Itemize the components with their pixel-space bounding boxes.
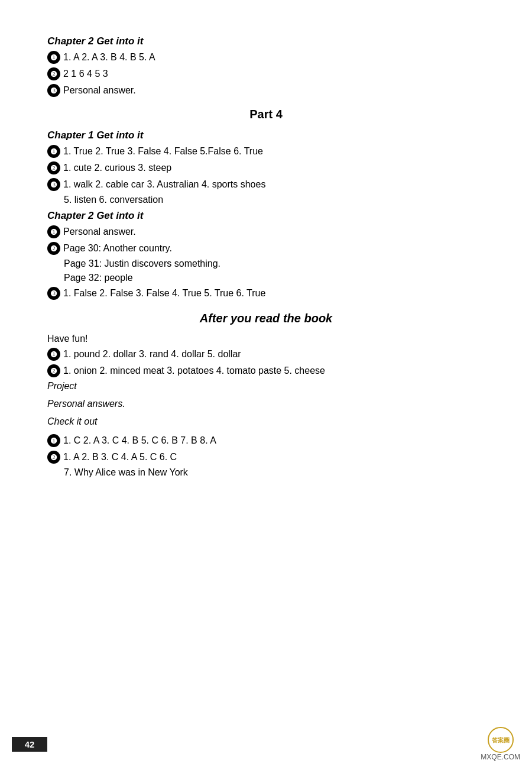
answer-row-2: ❷ 2 1 6 4 5 3 [47, 67, 485, 80]
part4-ch2-q3-text: 1. False 2. False 3. False 4. True 5. Tr… [63, 288, 265, 299]
part4-ch2-q2-page32: Page 32: people [64, 273, 485, 283]
footer: 42 答案圈 MXQE.COM [0, 727, 532, 761]
logo-area: 答案圈 MXQE.COM [481, 727, 520, 761]
answer-2-text: 2 1 6 4 5 3 [63, 69, 108, 79]
part4-ch2-q1: ❶ Personal answer. [47, 225, 485, 238]
project-label-line: Project [47, 381, 485, 395]
personal-answers-text: Personal answers. [47, 399, 125, 409]
after-q2-text: 1. onion 2. minced meat 3. potatoes 4. t… [63, 366, 325, 376]
have-fun: Have fun! [47, 334, 485, 344]
part4-ch1-q2-text: 1. cute 2. curious 3. steep [63, 163, 171, 173]
check-q1-text: 1. C 2. A 3. C 4. B 5. C 6. B 7. B 8. A [63, 435, 216, 446]
part4-ch1-q3-line2: 5. listen 6. conversation [64, 195, 485, 205]
check-q2-line2: 7. Why Alice was in New York [64, 467, 485, 478]
part4-section: Part 4 Chapter 1 Get into it ❶ 1. True 2… [47, 108, 485, 300]
part4-ch1-q1-text: 1. True 2. True 3. False 4. False 5.Fals… [63, 146, 263, 157]
part4-ch2-circle-3: ❸ [47, 287, 60, 300]
check-it-out-label: Check it out [47, 416, 485, 431]
part4-chapter1-heading: Chapter 1 Get into it [47, 130, 485, 141]
circle-2: ❷ [47, 67, 60, 80]
answer-row-1: ❶ 1. A 2. A 3. B 4. B 5. A [47, 51, 485, 64]
part4-ch2-q2-page30: Page 30: Another country. [63, 243, 172, 254]
part4-chapter2: Chapter 2 Get into it ❶ Personal answer.… [47, 210, 485, 300]
part4-ch1-circle-2: ❷ [47, 161, 60, 174]
answer-1-text: 1. A 2. A 3. B 4. B 5. A [63, 52, 155, 63]
check-it-out-text: Check it out [47, 416, 97, 427]
part4-heading: Part 4 [47, 108, 485, 121]
chapter2-top-section: Chapter 2 Get into it ❶ 1. A 2. A 3. B 4… [47, 35, 485, 97]
check-circle-2: ❷ [47, 451, 60, 464]
part4-ch1-q2: ❷ 1. cute 2. curious 3. steep [47, 161, 485, 174]
after-q1: ❶ 1. pound 2. dollar 3. rand 4. dollar 5… [47, 348, 485, 361]
part4-chapter1: Chapter 1 Get into it ❶ 1. True 2. True … [47, 130, 485, 205]
project-label: Project [47, 381, 77, 392]
after-q2: ❷ 1. onion 2. minced meat 3. potatoes 4.… [47, 364, 485, 377]
after-circle-1: ❶ [47, 348, 60, 361]
watermark-url: MXQE.COM [481, 753, 520, 761]
part4-ch1-circle-1: ❶ [47, 145, 60, 158]
part4-ch2-q3: ❸ 1. False 2. False 3. False 4. True 5. … [47, 287, 485, 300]
part4-ch1-q3-text: 1. walk 2. cable car 3. Australian 4. sp… [63, 179, 265, 190]
have-fun-text: Have fun! [47, 334, 87, 344]
after-circle-2: ❷ [47, 364, 60, 377]
page-number: 42 [12, 737, 47, 752]
part4-ch2-circle-2: ❷ [47, 242, 60, 255]
after-q1-text: 1. pound 2. dollar 3. rand 4. dollar 5. … [63, 349, 241, 360]
part4-chapter2-heading: Chapter 2 Get into it [47, 210, 485, 222]
part4-ch2-q1-text: Personal answer. [63, 227, 136, 237]
logo-text: 答案圈 [492, 737, 510, 743]
personal-answers: Personal answers. [47, 399, 485, 413]
logo-circle: 答案圈 [488, 727, 514, 753]
answer-row-3: ❸ Personal answer. [47, 84, 485, 97]
page: Chapter 2 Get into it ❶ 1. A 2. A 3. B 4… [0, 0, 532, 773]
check-q1: ❶ 1. C 2. A 3. C 4. B 5. C 6. B 7. B 8. … [47, 434, 485, 447]
circle-3: ❸ [47, 84, 60, 97]
part4-ch1-circle-3: ❸ [47, 178, 60, 191]
check-circle-1: ❶ [47, 434, 60, 447]
part4-ch2-circle-1: ❶ [47, 225, 60, 238]
after-section: After you read the book Have fun! ❶ 1. p… [47, 312, 485, 478]
part4-ch2-q2-page31: Page 31: Justin discovers something. [64, 258, 485, 269]
check-q2-line1: ❷ 1. A 2. B 3. C 4. A 5. C 6. C [47, 451, 485, 464]
after-heading: After you read the book [47, 312, 485, 325]
part4-ch1-q1: ❶ 1. True 2. True 3. False 4. False 5.Fa… [47, 145, 485, 158]
check-q2-text: 1. A 2. B 3. C 4. A 5. C 6. C [63, 452, 177, 462]
chapter2-top-heading: Chapter 2 Get into it [47, 35, 485, 47]
part4-ch1-q3-line1: ❸ 1. walk 2. cable car 3. Australian 4. … [47, 178, 485, 191]
part4-ch2-q2: ❷ Page 30: Another country. [47, 242, 485, 255]
answer-3-text: Personal answer. [63, 85, 136, 96]
circle-1: ❶ [47, 51, 60, 64]
